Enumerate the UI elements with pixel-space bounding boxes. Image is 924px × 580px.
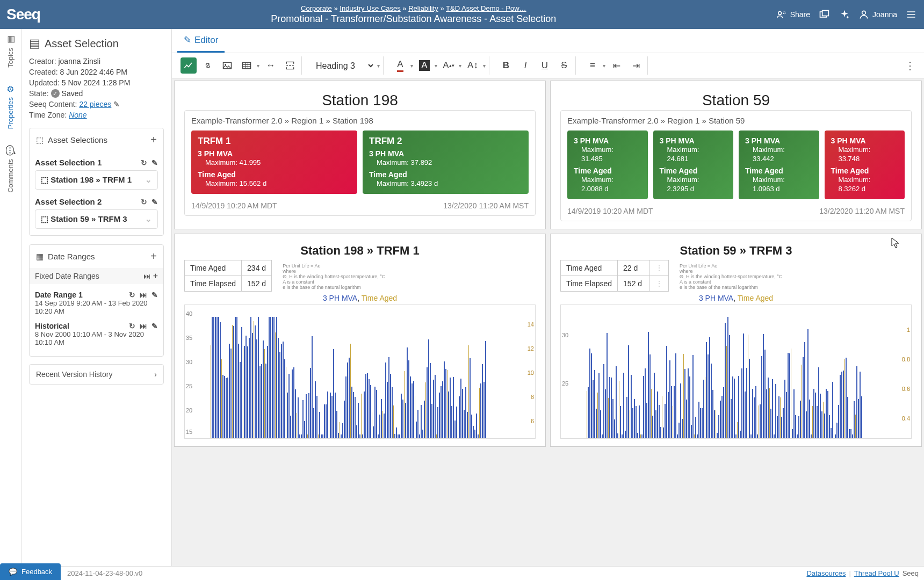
asset-selection-1-dropdown[interactable]: ⬚ Station 198 » TRFM 1⌄ bbox=[35, 170, 158, 190]
chevron-down-icon: ⌄ bbox=[145, 175, 152, 185]
svg-point-0 bbox=[778, 12, 781, 15]
image-icon bbox=[222, 60, 233, 71]
kpi-card: 3 PH MVAMaximum:33.748Time AgedMaximum:8… bbox=[825, 130, 905, 199]
breadcrumb-link[interactable]: Reliability bbox=[408, 4, 438, 12]
tab-editor[interactable]: ✎Editor bbox=[177, 29, 225, 53]
document-icon: ▤ bbox=[29, 37, 40, 50]
add-date-range-button[interactable]: + bbox=[150, 250, 157, 263]
pencil-icon[interactable]: ✎ bbox=[151, 158, 158, 167]
outdent-button[interactable]: ⇤ bbox=[609, 57, 625, 74]
link-button[interactable] bbox=[200, 57, 216, 74]
date-ranges-panel: ▦Date Ranges + Fixed Date Ranges⏭ + Date… bbox=[29, 244, 164, 357]
add-asset-selection-button[interactable]: + bbox=[150, 134, 157, 146]
topics-icon: ▤ bbox=[5, 34, 16, 45]
hr-button[interactable]: ↔ bbox=[263, 57, 279, 74]
chevron-down-icon: ⌄ bbox=[145, 214, 152, 224]
step-icon[interactable]: ⏭ bbox=[140, 322, 147, 330]
gear-icon: ⚙ bbox=[5, 84, 16, 94]
status-bar: 💬Feedback 2024-11-04-23-48-00.v0 Datasou… bbox=[0, 566, 924, 580]
pencil-icon[interactable]: ✎ bbox=[151, 322, 158, 330]
version-history-button[interactable]: Recent Version History› bbox=[29, 364, 164, 385]
datasources-link[interactable]: Datasources bbox=[806, 569, 846, 577]
doc-title-row: ▤ Asset Selection bbox=[29, 37, 164, 50]
table-icon bbox=[241, 60, 252, 71]
add-fixed-range-button[interactable]: + bbox=[153, 271, 158, 280]
breadcrumb: Corporate » Industry Use Cases » Reliabi… bbox=[51, 4, 776, 12]
rail-topics[interactable]: Topics▤ bbox=[5, 34, 16, 68]
app-header: Seeq Corporate » Industry Use Cases » Re… bbox=[0, 0, 924, 29]
calendar-icon: ▦ bbox=[36, 252, 44, 262]
refresh-icon[interactable]: ↻ bbox=[141, 198, 147, 206]
line-height-button[interactable]: A↕ bbox=[465, 57, 481, 74]
refresh-icon[interactable]: ↻ bbox=[129, 322, 135, 330]
header-center: Corporate » Industry Use Cases » Reliabi… bbox=[51, 4, 776, 25]
timezone-link[interactable]: None bbox=[69, 111, 86, 119]
breadcrumb-link[interactable]: T&D Asset Demo - Pow… bbox=[446, 4, 526, 12]
kpi-card: 3 PH MVAMaximum:24.681Time AgedMaximum:2… bbox=[653, 130, 734, 199]
refresh-icon[interactable]: ↻ bbox=[129, 291, 135, 299]
step-icon[interactable]: ⏭ bbox=[143, 272, 151, 280]
share-icon bbox=[776, 9, 787, 20]
pagebreak-button[interactable] bbox=[282, 57, 298, 74]
svg-point-4 bbox=[862, 11, 866, 15]
link-icon bbox=[203, 60, 213, 71]
highlight-button[interactable]: A bbox=[416, 57, 432, 74]
italic-button[interactable]: I bbox=[517, 57, 533, 74]
breadcrumb-link[interactable]: Industry Use Cases bbox=[340, 4, 400, 12]
share-button[interactable]: Share bbox=[776, 9, 810, 20]
formula-note: Per Unit Life = Ae where Θ_H is the wind… bbox=[680, 260, 782, 290]
content-link[interactable]: 22 pieces bbox=[79, 100, 111, 108]
breadcrumb-link[interactable]: Corporate bbox=[301, 4, 332, 12]
bold-button[interactable]: B bbox=[498, 57, 514, 74]
document-body[interactable]: Station 198 Example-Transformer 2.0 » Re… bbox=[172, 78, 924, 566]
asset-selection-2-dropdown[interactable]: ⬚ Station 59 » TRFM 3⌄ bbox=[35, 209, 158, 229]
table-button[interactable] bbox=[239, 57, 255, 74]
present-icon bbox=[819, 9, 829, 20]
trfm1-chart[interactable]: 40 35 30 25 20 15 14 12 10 8 6 bbox=[184, 305, 536, 439]
step-icon[interactable]: ⏭ bbox=[140, 291, 147, 299]
user-menu[interactable]: Joanna bbox=[858, 9, 897, 20]
asset-selections-panel: ⬚Asset Selections + Asset Selection 1↻✎ … bbox=[29, 128, 164, 236]
pencil-icon: ✎ bbox=[184, 34, 191, 46]
insert-seeq-content-button[interactable] bbox=[181, 57, 197, 74]
kpi-card: 3 PH MVAMaximum:33.442Time AgedMaximum:1… bbox=[739, 130, 819, 199]
image-button[interactable] bbox=[219, 57, 235, 74]
heading-select[interactable]: Heading 3 bbox=[311, 59, 375, 73]
trfm2-panel: Station 59 » TRFM 3 Time Aged22 d⋮ Time … bbox=[550, 234, 922, 447]
underline-button[interactable]: U bbox=[537, 57, 553, 74]
editor-toolbar: ▾ ↔ Heading 3▾ A▾ A▾ A▴▾▾ A↕▾ B I U bbox=[172, 53, 924, 78]
station-59-panel: Station 59 Example-Transformer 2.0 » Reg… bbox=[550, 81, 922, 229]
strike-button[interactable]: S bbox=[556, 57, 572, 74]
seeq-label: Seeq bbox=[903, 569, 919, 577]
pencil-icon[interactable]: ✎ bbox=[151, 198, 158, 206]
chat-icon: 💬 bbox=[9, 568, 17, 576]
text-color-button[interactable]: A bbox=[392, 57, 408, 74]
check-icon: ✓ bbox=[51, 89, 60, 98]
pencil-icon[interactable]: ✎ bbox=[151, 291, 158, 299]
svg-rect-3 bbox=[822, 11, 829, 16]
font-size-button[interactable]: A▴▾ bbox=[441, 57, 457, 74]
sparkle-icon bbox=[839, 9, 850, 20]
pagebreak-icon bbox=[285, 60, 295, 71]
refresh-icon[interactable]: ↻ bbox=[141, 158, 147, 167]
toolbar-more-button[interactable]: ⋮ bbox=[901, 59, 919, 72]
chart-icon bbox=[183, 60, 194, 71]
comment-icon: 💬 bbox=[5, 146, 16, 156]
threadpool-link[interactable]: Thread Pool U bbox=[854, 569, 899, 577]
feedback-button[interactable]: 💬Feedback bbox=[0, 563, 61, 581]
ai-button[interactable] bbox=[838, 8, 851, 21]
indent-button[interactable]: ⇥ bbox=[628, 57, 644, 74]
present-button[interactable] bbox=[818, 8, 831, 21]
trfm1-panel: Station 198 » TRFM 1 Time Aged234 d Time… bbox=[174, 234, 546, 447]
hamburger-menu[interactable] bbox=[905, 8, 918, 21]
align-button[interactable]: ≡ bbox=[584, 57, 601, 74]
chevron-right-icon: › bbox=[154, 370, 157, 379]
mouse-cursor-icon bbox=[891, 237, 900, 248]
trfm2-chart[interactable]: 30 25 1 0.8 0.6 0.4 bbox=[560, 305, 912, 439]
rail-properties[interactable]: Properties⚙ bbox=[5, 84, 16, 129]
rail-comments[interactable]: Comments💬 bbox=[5, 145, 16, 193]
editor-content: ✎Editor ▾ ↔ Heading 3▾ A▾ A▾ A▴▾▾ bbox=[172, 29, 924, 566]
hamburger-icon bbox=[906, 9, 916, 20]
pencil-icon[interactable]: ✎ bbox=[113, 100, 120, 108]
doc-title: Asset Selection bbox=[45, 38, 119, 50]
